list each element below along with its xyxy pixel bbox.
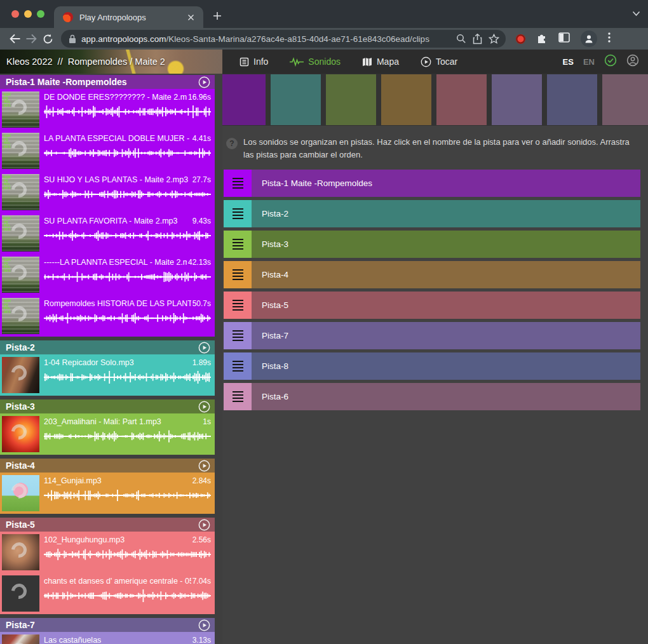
clip-row[interactable]: 1-04 Repicador Solo.mp3 1.89s bbox=[0, 354, 215, 396]
browser-profile-avatar[interactable] bbox=[581, 30, 597, 47]
track-color-swatch[interactable] bbox=[222, 74, 266, 125]
track-order-label: Pista-5 bbox=[252, 292, 288, 319]
share-icon[interactable] bbox=[473, 34, 482, 44]
clip-row[interactable]: ROM PE MOL DES DE DONDE ERES???????? - M… bbox=[0, 89, 215, 130]
url-bar[interactable]: app.antropoloops.com /Kleos-Santa-Marina… bbox=[61, 30, 506, 48]
clip-row[interactable]: ROM PE MOL DES SU HIJO Y LAS PLANTAS - M… bbox=[0, 171, 215, 213]
track-color-swatch[interactable] bbox=[492, 74, 542, 125]
sidebar-track-header[interactable]: Pista-7 bbox=[0, 618, 215, 632]
browser-menu-kebab-icon[interactable] bbox=[608, 32, 611, 45]
clip-title: 102_Hunguhungu.mp3 bbox=[44, 535, 191, 544]
track-order-label: Pista-1 Maite -Rompemoldes bbox=[252, 170, 372, 197]
sidebar-track-header[interactable]: Pista-5 bbox=[0, 518, 215, 532]
track-order-row[interactable]: Pista-7 bbox=[224, 322, 640, 349]
browser-tab[interactable]: Play Antropoloops bbox=[54, 6, 203, 28]
waveform-icon bbox=[290, 57, 304, 67]
track-color-swatch[interactable] bbox=[326, 74, 376, 125]
play-track-icon[interactable] bbox=[198, 401, 210, 413]
clip-body: SU HIJO Y LAS PLANTAS - Maite 2.mp3 27.7… bbox=[44, 171, 215, 201]
tab-info[interactable]: Info bbox=[231, 50, 276, 74]
breadcrumb[interactable]: Kleos 2022 // Rompemoldes / Maite 2 bbox=[6, 50, 165, 74]
reload-icon[interactable] bbox=[39, 30, 56, 47]
help-text: Los sonidos se organizan en pistas. Haz … bbox=[243, 136, 639, 161]
track-order-row[interactable]: Pista-3 bbox=[224, 231, 640, 258]
track-order-row[interactable]: Pista-6 bbox=[224, 383, 640, 410]
recording-extension-icon[interactable] bbox=[516, 34, 525, 44]
clip-thumbnail bbox=[2, 416, 39, 452]
close-window-button[interactable] bbox=[11, 10, 19, 18]
clip-body: 203_Amalihani - Mali: Part 1.mp3 1s bbox=[44, 413, 215, 443]
track-color-swatch[interactable] bbox=[436, 74, 487, 125]
saved-check-icon[interactable] bbox=[604, 54, 617, 69]
account-icon[interactable] bbox=[626, 54, 639, 69]
waveform bbox=[44, 311, 211, 325]
clip-title: ------LA PLANNTA ESPECIAL - Maite 2.mp3 bbox=[44, 258, 187, 267]
sidebar-track: Pista-1 Maite -Rompemoldes ROM PE MOL DE… bbox=[0, 75, 215, 337]
clip-row[interactable]: 102_Hunguhungu.mp3 2.56s bbox=[0, 532, 215, 573]
map-icon bbox=[362, 57, 372, 67]
clip-title: chants et danses d' amerique centrale - … bbox=[44, 577, 191, 586]
tab-search-chevron-icon[interactable] bbox=[632, 8, 640, 18]
clip-duration: 1.89s bbox=[192, 358, 211, 367]
play-track-icon[interactable] bbox=[198, 342, 210, 354]
clip-row[interactable]: 203_Amalihani - Mali: Part 1.mp3 1s bbox=[0, 413, 215, 455]
tab-tocar[interactable]: Tocar bbox=[412, 50, 466, 74]
drag-handle-icon[interactable] bbox=[224, 383, 252, 410]
zoom-page-icon[interactable] bbox=[456, 34, 466, 44]
clip-row[interactable]: ROM PE MOL DES SU PLANTA FAVORITA - Mait… bbox=[0, 213, 215, 254]
clip-row[interactable]: 114_Gunjai.mp3 2.84s bbox=[0, 473, 215, 514]
clip-duration: 1s bbox=[203, 417, 211, 426]
drag-handle-icon[interactable] bbox=[224, 200, 252, 227]
clip-row[interactable]: ROM PE MOL DES Rompemoldes HISTORIA DE L… bbox=[0, 295, 215, 337]
clip-body: ------LA PLANNTA ESPECIAL - Maite 2.mp3 … bbox=[44, 254, 215, 284]
minimize-window-button[interactable] bbox=[24, 10, 32, 18]
drag-handle-icon[interactable] bbox=[224, 261, 252, 288]
sidebar-track-header[interactable]: Pista-1 Maite -Rompemoldes bbox=[0, 75, 215, 89]
bookmark-star-icon[interactable] bbox=[489, 34, 499, 44]
clip-list: 102_Hunguhungu.mp3 2.56s chants et danse… bbox=[0, 532, 215, 614]
track-order-row[interactable]: Pista-5 bbox=[224, 292, 640, 319]
track-color-swatch[interactable] bbox=[602, 74, 648, 125]
play-track-icon[interactable] bbox=[198, 76, 210, 88]
forward-icon[interactable] bbox=[23, 30, 39, 47]
help-note: ? Los sonidos se organizan en pistas. Ha… bbox=[226, 136, 639, 161]
clip-row[interactable]: Las castañuelas 3.13s bbox=[0, 632, 215, 644]
drag-handle-icon[interactable] bbox=[224, 352, 252, 380]
track-order-label: Pista-3 bbox=[252, 231, 288, 258]
play-track-icon[interactable] bbox=[198, 619, 210, 631]
drag-handle-icon[interactable] bbox=[224, 231, 252, 258]
clip-row[interactable]: ROM PE MOL DES ------LA PLANNTA ESPECIAL… bbox=[0, 254, 215, 295]
clip-duration: 50.7s bbox=[192, 299, 211, 308]
back-icon[interactable] bbox=[6, 30, 23, 47]
tab-close-icon[interactable] bbox=[185, 11, 197, 23]
track-order-row[interactable]: Pista-2 bbox=[224, 200, 640, 227]
extensions-puzzle-icon[interactable] bbox=[536, 32, 548, 46]
track-order-row[interactable]: Pista-4 bbox=[224, 261, 640, 288]
clip-row[interactable]: chants et danses d' amerique centrale - … bbox=[0, 573, 215, 614]
zoom-window-button[interactable] bbox=[37, 10, 44, 18]
clip-row[interactable]: ROM PE MOL DES LA PLANTA ESPECIAL DOBLE … bbox=[0, 130, 215, 171]
waveform bbox=[44, 229, 211, 243]
track-color-swatch[interactable] bbox=[271, 74, 321, 125]
play-track-icon[interactable] bbox=[198, 519, 210, 531]
track-order-row[interactable]: Pista-1 Maite -Rompemoldes bbox=[224, 170, 640, 197]
new-tab-button[interactable] bbox=[210, 9, 225, 24]
sidebar-track-header[interactable]: Pista-2 bbox=[0, 340, 215, 354]
lang-es-button[interactable]: ES bbox=[563, 57, 574, 67]
drag-handle-icon[interactable] bbox=[224, 292, 252, 319]
drag-handle-icon[interactable] bbox=[224, 170, 252, 197]
play-track-icon[interactable] bbox=[198, 460, 210, 472]
track-color-swatch[interactable] bbox=[381, 74, 431, 125]
side-panel-icon[interactable] bbox=[558, 32, 570, 45]
sidebar-track-list: Pista-1 Maite -Rompemoldes ROM PE MOL DE… bbox=[0, 74, 222, 644]
lang-en-button[interactable]: EN bbox=[583, 57, 595, 67]
tab-mapa[interactable]: Mapa bbox=[354, 50, 407, 74]
drag-handle-icon[interactable] bbox=[224, 322, 252, 349]
track-order-row[interactable]: Pista-8 bbox=[224, 352, 640, 380]
clip-duration: 2.84s bbox=[192, 476, 211, 485]
sidebar-track-header[interactable]: Pista-3 bbox=[0, 399, 215, 413]
project-map-thumbnail[interactable]: Kleos 2022 // Rompemoldes / Maite 2 bbox=[0, 50, 222, 74]
sidebar-track-header[interactable]: Pista-4 bbox=[0, 459, 215, 473]
tab-sonidos[interactable]: Sonidos bbox=[281, 50, 349, 74]
track-color-swatch[interactable] bbox=[547, 74, 597, 125]
